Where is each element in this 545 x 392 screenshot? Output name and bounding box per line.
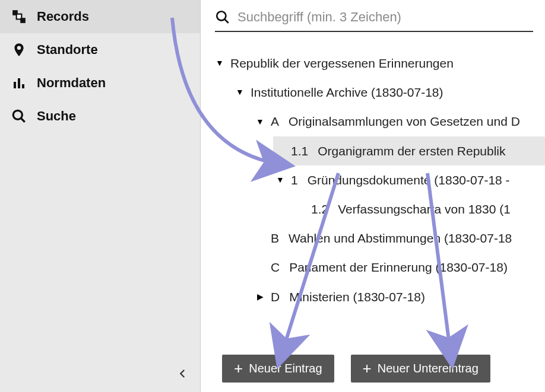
sidebar-item-label: Suche (37, 109, 76, 124)
svg-line-7 (21, 118, 25, 122)
chevron-right-icon: ▶ (255, 292, 265, 302)
tree-node-label: Originalsammlungen von Gesetzen und D (289, 114, 520, 129)
button-label: Neuer Eintrag (249, 362, 322, 375)
tree-node[interactable]: ▼ Institutionelle Archive (1830-07-18) (235, 78, 545, 107)
chevron-down-icon: ▼ (235, 87, 245, 97)
sidebar-item-label: Records (37, 9, 89, 24)
sidebar-item-standorte[interactable]: Standorte (0, 33, 200, 66)
sidebar-item-label: Normdaten (37, 75, 106, 91)
sidebar: Records Standorte Normdaten Suche (0, 0, 201, 392)
plus-icon: + (363, 365, 372, 372)
sidebar-item-normdaten[interactable]: Normdaten (0, 66, 200, 100)
bars-icon (11, 75, 27, 91)
new-subentry-button[interactable]: + Neuer Untereintrag (351, 355, 490, 383)
tree-node-label: Wahlen und Abstimmungen (1830-07-18 (289, 231, 512, 246)
tree-node[interactable]: ▼ A Originalsammlungen von Gesetzen und … (255, 107, 545, 136)
search-icon (215, 9, 230, 25)
svg-point-8 (217, 11, 226, 20)
sidebar-item-suche[interactable]: Suche (0, 100, 200, 133)
tree-node-ref: 1.1 (291, 144, 308, 158)
tree-node-ref: 1.2 (311, 202, 328, 216)
tree-node[interactable]: ▶ D Ministerien (1830-07-18) (255, 282, 545, 311)
tree-node-label: Republik der vergessenen Erinnerungen (230, 56, 454, 71)
plus-icon: + (234, 365, 243, 372)
svg-rect-3 (14, 82, 16, 88)
tree-node-label: Ministerien (1830-07-18) (289, 289, 425, 304)
tree-node-label: Institutionelle Archive (1830-07-18) (251, 85, 443, 100)
tree-node[interactable]: C Parlament der Erinnerung (1830-07-18) (255, 253, 545, 282)
tree-node[interactable]: B Wahlen und Abstimmungen (1830-07-18 (255, 224, 545, 253)
tree-node-label: Parlament der Erinnerung (1830-07-18) (289, 260, 508, 275)
action-buttons: + Neuer Eintrag + Neuer Untereintrag (215, 344, 545, 392)
collapse-sidebar-button[interactable] (178, 367, 188, 383)
search-icon (11, 108, 27, 125)
tree-node-ref: C (271, 260, 280, 275)
sidebar-item-label: Standorte (37, 42, 98, 58)
search-input[interactable] (237, 9, 533, 25)
svg-rect-4 (18, 78, 20, 88)
main-panel: ▼ Republik der vergessenen Erinnerungen … (201, 0, 545, 392)
chevron-down-icon: ▼ (255, 117, 265, 127)
tree-node-label: Verfassungscharta von 1830 (1 (338, 202, 511, 216)
button-label: Neuer Untereintrag (378, 362, 479, 375)
tree-node-ref: D (271, 289, 280, 304)
svg-rect-5 (22, 84, 24, 88)
location-icon (11, 42, 27, 58)
chevron-down-icon: ▼ (215, 58, 224, 68)
tree-node-selected[interactable]: 1.1 Organigramm der ersten Republik (273, 136, 545, 165)
search-bar (215, 9, 533, 32)
tree-node-root[interactable]: ▼ Republik der vergessenen Erinnerungen (215, 49, 545, 78)
records-icon (11, 8, 27, 25)
sidebar-item-records[interactable]: Records (0, 0, 200, 33)
tree-node-label: Gründungsdokumente (1830-07-18 - (308, 173, 510, 187)
tree-node-ref: B (271, 231, 279, 246)
svg-line-9 (224, 19, 229, 23)
records-tree: ▼ Republik der vergessenen Erinnerungen … (215, 49, 545, 311)
chevron-down-icon: ▼ (275, 175, 285, 185)
svg-rect-2 (20, 18, 26, 23)
tree-node-ref: 1 (291, 173, 298, 187)
tree-node[interactable]: 1.2 Verfassungscharta von 1830 (1 (296, 195, 545, 224)
tree-node[interactable]: ▼ 1 Gründungsdokumente (1830-07-18 - (275, 165, 545, 195)
new-entry-button[interactable]: + Neuer Eintrag (222, 355, 334, 383)
tree-node-ref: A (271, 114, 279, 129)
svg-point-6 (13, 110, 22, 119)
tree-node-label: Organigramm der ersten Republik (318, 144, 505, 158)
